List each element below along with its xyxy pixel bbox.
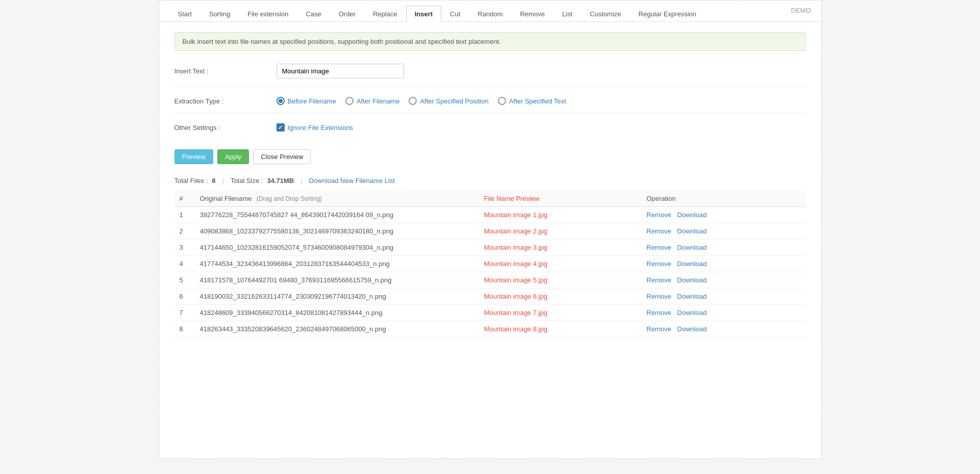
preview-button[interactable]: Preview: [174, 149, 213, 164]
file-table: # Original Filename (Drag and Drop Sorti…: [174, 191, 806, 337]
tab-cut[interactable]: Cut: [441, 6, 469, 22]
cell-operation-1: Remove Download: [641, 207, 806, 223]
col-operation: Operation: [641, 191, 806, 207]
tab-start[interactable]: Start: [169, 6, 200, 22]
extraction-type-controls: Before Filename After Filename After Spe…: [277, 97, 566, 105]
table-row: 7 418248609_333940566270314_842081081427…: [174, 305, 806, 321]
total-files-count: 8: [212, 177, 215, 185]
cell-number-8: 8: [174, 321, 195, 337]
tab-order[interactable]: Order: [330, 6, 364, 22]
remove-link-1[interactable]: Remove: [646, 211, 671, 219]
ignore-file-extensions-icon: [277, 123, 285, 131]
insert-text-row: Insert Text :: [174, 64, 806, 87]
file-list-header: Total Files : 8 | Total Size : 34.71MB |…: [174, 177, 806, 185]
main-container: DEMO Start Sorting File extension Case O…: [159, 0, 822, 459]
radio-after-specified-position-label: After Specified Position: [420, 97, 488, 105]
total-size-value: 34.71MB: [267, 177, 294, 185]
download-link-3[interactable]: Download: [677, 244, 707, 251]
cell-operation-6: Remove Download: [641, 288, 806, 305]
close-preview-button[interactable]: Close Preview: [253, 149, 311, 164]
cell-operation-8: Remove Download: [641, 321, 806, 337]
cell-original-3: 417144650_10232816159052074_573460090808…: [195, 240, 479, 256]
download-link-6[interactable]: Download: [677, 293, 707, 300]
col-preview: File Name Preview: [479, 191, 642, 207]
download-link-7[interactable]: Download: [677, 309, 707, 317]
radio-after-filename-label: After Filename: [357, 97, 400, 105]
tabs-bar: Start Sorting File extension Case Order …: [159, 1, 821, 22]
other-settings-controls: Ignore File Extensions: [277, 123, 354, 131]
tab-regular-expression[interactable]: Regular Expression: [630, 6, 705, 22]
cell-preview-3: Mountain image 3.jpg: [479, 240, 642, 256]
remove-link-7[interactable]: Remove: [646, 309, 671, 317]
total-files-label: Total Files :: [174, 177, 208, 185]
tab-random[interactable]: Random: [469, 6, 511, 22]
remove-link-3[interactable]: Remove: [646, 244, 671, 251]
radio-before-filename-icon: [277, 97, 285, 105]
insert-text-controls: [277, 64, 404, 78]
insert-text-label: Insert Text :: [174, 67, 277, 75]
tab-file-extension[interactable]: File extension: [239, 6, 297, 22]
tab-replace[interactable]: Replace: [364, 6, 406, 22]
tab-insert[interactable]: Insert: [406, 6, 441, 22]
apply-button[interactable]: Apply: [217, 149, 249, 164]
radio-after-specified-text[interactable]: After Specified Text: [498, 97, 566, 105]
cell-number-1: 1: [174, 207, 195, 223]
extraction-type-row: Extraction Type : Before Filename After …: [174, 97, 806, 113]
remove-link-5[interactable]: Remove: [646, 276, 671, 284]
remove-link-6[interactable]: Remove: [646, 293, 671, 300]
radio-after-specified-text-label: After Specified Text: [509, 97, 566, 105]
remove-link-8[interactable]: Remove: [646, 325, 671, 333]
demo-label: DEMO: [791, 7, 811, 14]
radio-after-specified-position[interactable]: After Specified Position: [409, 97, 488, 105]
cell-preview-1: Mountain image 1.jpg: [479, 207, 642, 223]
tab-remove[interactable]: Remove: [511, 6, 553, 22]
tab-case[interactable]: Case: [297, 6, 330, 22]
extraction-type-label: Extraction Type :: [174, 97, 277, 105]
cell-operation-4: Remove Download: [641, 256, 806, 272]
cell-number-2: 2: [174, 223, 195, 240]
cell-preview-2: Mountain image 2.jpg: [479, 223, 642, 240]
download-link-2[interactable]: Download: [677, 227, 707, 235]
cell-operation-2: Remove Download: [641, 223, 806, 240]
col-drag-hint: (Drag and Drop Sorting): [257, 195, 322, 202]
cell-preview-6: Mountain image 6.jpg: [479, 288, 642, 305]
cell-number-6: 6: [174, 288, 195, 305]
cell-number-5: 5: [174, 272, 195, 288]
radio-after-filename[interactable]: After Filename: [345, 97, 400, 105]
cell-operation-3: Remove Download: [641, 240, 806, 256]
ignore-file-extensions-checkbox[interactable]: Ignore File Extensions: [277, 123, 354, 131]
tab-sorting[interactable]: Sorting: [200, 6, 239, 22]
cell-preview-5: Mountain image 5.jpg: [479, 272, 642, 288]
table-row: 8 418263443_333520839645620_236024849706…: [174, 321, 806, 337]
tab-customize[interactable]: Customize: [581, 6, 630, 22]
cell-original-5: 418171578_10764492701 69480_376931169556…: [195, 272, 479, 288]
table-row: 2 409083868_10233792775580136_3021469709…: [174, 223, 806, 240]
table-row: 1 392776228_75544870745827 44_8643901744…: [174, 207, 806, 223]
radio-after-filename-icon: [345, 97, 354, 105]
radio-after-specified-position-icon: [409, 97, 417, 105]
other-settings-label: Other Settings :: [174, 124, 277, 131]
cell-operation-5: Remove Download: [641, 272, 806, 288]
download-new-filename-list-link[interactable]: Download New Filename List: [309, 177, 395, 185]
total-size-label: Total Size :: [231, 177, 263, 185]
insert-text-input[interactable]: [277, 64, 404, 78]
radio-before-filename-label: Before Filename: [288, 97, 336, 105]
download-link-8[interactable]: Download: [677, 325, 707, 333]
file-table-body: 1 392776228_75544870745827 44_8643901744…: [174, 207, 806, 337]
cell-preview-8: Mountain image 8.jpg: [479, 321, 642, 337]
cell-original-8: 418263443_333520839645620_23602484970680…: [195, 321, 479, 337]
remove-link-4[interactable]: Remove: [646, 260, 671, 268]
cell-original-2: 409083868_10233792775580136_302146970936…: [195, 223, 479, 240]
radio-before-filename[interactable]: Before Filename: [277, 97, 336, 105]
table-row: 5 418171578_10764492701 69480_3769311695…: [174, 272, 806, 288]
download-link-5[interactable]: Download: [677, 276, 707, 284]
radio-after-specified-text-icon: [498, 97, 506, 105]
cell-number-4: 4: [174, 256, 195, 272]
download-link-1[interactable]: Download: [677, 211, 707, 219]
remove-link-2[interactable]: Remove: [646, 227, 671, 235]
cell-number-7: 7: [174, 305, 195, 321]
cell-original-6: 418190032_332162633114774_23030921967740…: [195, 288, 479, 305]
content-area: Bulk insert text into file names at spec…: [159, 22, 821, 348]
download-link-4[interactable]: Download: [677, 260, 707, 268]
tab-list[interactable]: List: [554, 6, 581, 22]
